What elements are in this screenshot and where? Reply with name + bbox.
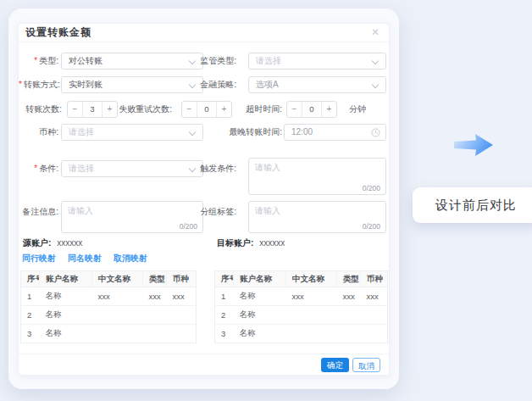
table-header-row: 序号账户名称中文名称类型币种	[215, 271, 388, 287]
source-account: 源账户: xxxxxx	[23, 237, 82, 249]
annotation-label: 设计前后对比	[435, 198, 517, 214]
required-asterisk: *	[34, 164, 37, 173]
account-table: 序号账户名称中文名称类型币种1名称xxxxxxxxx2名称3名称	[20, 270, 197, 343]
timeout-label: 超时时间:	[229, 101, 282, 118]
timeout-value[interactable]: 0	[302, 102, 322, 117]
transfer-settings-dialog: 设置转账金额 ✕ *类型: 对公转账 监管类型: 请选择 *转账方式: 实时到账…	[18, 23, 390, 376]
currency-select[interactable]: 请选择	[61, 124, 203, 141]
target-account-table: 序号账户名称中文名称类型币种1名称xxxxxxxxx2名称3名称	[214, 270, 387, 343]
plus-button[interactable]: +	[322, 102, 336, 117]
minus-button[interactable]: −	[68, 102, 82, 117]
remark-placeholder: 请输入	[68, 206, 93, 215]
dialog-title: 设置转账金额	[25, 24, 91, 42]
group-tag-textarea[interactable]: 请输入 0/200	[248, 201, 386, 233]
table-header-cell: 序号	[215, 271, 234, 287]
close-icon[interactable]: ✕	[371, 24, 380, 42]
table-header-cell: 类型	[337, 271, 361, 287]
finance-strategy-select[interactable]: 选项A	[248, 76, 386, 93]
table-row[interactable]: 3名称	[21, 325, 197, 343]
minus-button[interactable]: −	[287, 102, 302, 117]
required-asterisk: *	[34, 56, 37, 65]
table-header-cell: 币种	[361, 271, 388, 287]
table-header-cell: 类型	[143, 271, 167, 287]
char-counter: 0/200	[363, 222, 380, 231]
table-header-cell: 中文名称	[92, 271, 143, 287]
trigger-label: 触发条件:	[176, 160, 236, 177]
table-row[interactable]: 1名称xxxxxxxxx	[21, 287, 197, 306]
table-cell: 2	[21, 306, 40, 325]
transfer-method-label: *转账方式:	[19, 76, 58, 93]
table-cell	[167, 325, 197, 343]
table-cell: 名称	[40, 325, 92, 343]
transfer-count-stepper: − 3 +	[67, 101, 118, 118]
table-cell	[92, 325, 143, 343]
dialog-footer: 确定 取消	[19, 354, 389, 377]
char-counter: 0/200	[363, 184, 380, 192]
remark-label: 备注信息:	[19, 203, 58, 220]
group-tag-placeholder: 请输入	[255, 206, 280, 215]
required-asterisk: *	[19, 80, 22, 89]
same-bank-mapping-link[interactable]: 同行映射	[22, 253, 56, 265]
table-cell	[361, 306, 388, 325]
arrow-right-icon	[454, 133, 493, 157]
table-cell: 1	[21, 287, 40, 306]
table-cell	[92, 306, 143, 325]
table-row[interactable]: 2名称	[215, 306, 388, 325]
timeout-unit: 分钟	[349, 101, 366, 118]
latest-time-input[interactable]: 12:00	[284, 124, 386, 141]
table-cell: 2	[215, 306, 234, 325]
table-cell	[143, 306, 167, 325]
char-counter: 0/200	[180, 222, 197, 231]
table-header-cell: 账户名称	[234, 271, 286, 287]
table-cell: 名称	[234, 306, 286, 325]
table-header-cell: 账户名称	[40, 271, 92, 287]
source-account-value: xxxxxx	[57, 238, 82, 248]
dialog-header: 设置转账金额 ✕	[19, 24, 389, 42]
chevron-down-icon	[372, 81, 379, 88]
group-tag-label: 分组标签:	[176, 203, 236, 220]
latest-time-label: 最晚转账时间:	[219, 124, 282, 141]
annotation-card: 设计前后对比	[413, 187, 532, 223]
table-cell	[143, 325, 167, 343]
trigger-textarea[interactable]: 请输入 0/200	[248, 158, 386, 195]
table-row[interactable]: 2名称	[21, 306, 197, 325]
target-account: 目标账户: xxxxxx	[217, 237, 285, 249]
retry-count-label: 失败重试次数:	[114, 101, 172, 118]
retry-count-stepper: − 0 +	[181, 101, 232, 118]
table-row[interactable]: 3名称	[215, 325, 388, 343]
transfer-count-value[interactable]: 3	[82, 102, 103, 117]
table-cell: xxx	[337, 287, 361, 306]
table-cell: 3	[21, 325, 40, 343]
table-cell: 名称	[234, 325, 286, 343]
timeout-stepper: − 0 +	[286, 101, 337, 118]
table-cell	[167, 306, 197, 325]
table-cell: xxx	[286, 287, 337, 306]
target-account-label: 目标账户:	[217, 238, 253, 248]
cancel-button[interactable]: 取消	[352, 358, 380, 372]
source-account-table: 序号账户名称中文名称类型币种1名称xxxxxxxxx2名称3名称	[20, 270, 196, 343]
chevron-down-icon	[189, 129, 196, 136]
regulatory-label: 监管类型:	[176, 53, 236, 70]
source-account-label: 源账户:	[23, 238, 51, 248]
same-name-mapping-link[interactable]: 同名映射	[68, 253, 102, 265]
regulatory-select[interactable]: 请选择	[248, 53, 386, 70]
table-cell: 1	[215, 287, 234, 306]
table-cell: xxx	[361, 287, 388, 306]
cancel-mapping-link[interactable]: 取消映射	[114, 253, 147, 265]
table-cell	[286, 325, 337, 343]
type-label: *类型:	[19, 53, 58, 70]
confirm-button[interactable]: 确定	[321, 358, 349, 372]
minus-button[interactable]: −	[182, 102, 197, 117]
trigger-placeholder: 请输入	[255, 163, 280, 172]
table-header-cell: 序号	[21, 271, 40, 287]
transfer-count-label: 转账次数:	[19, 101, 62, 118]
table-cell	[361, 325, 388, 343]
retry-count-value[interactable]: 0	[197, 102, 217, 117]
condition-label: *条件:	[19, 160, 58, 177]
table-cell: 名称	[40, 287, 92, 306]
chevron-down-icon	[372, 58, 379, 64]
page: 设置转账金额 ✕ *类型: 对公转账 监管类型: 请选择 *转账方式: 实时到账…	[0, 0, 532, 401]
table-row[interactable]: 1名称xxxxxxxxx	[215, 287, 388, 306]
table-cell: xxx	[143, 287, 167, 306]
table-cell	[337, 325, 361, 343]
